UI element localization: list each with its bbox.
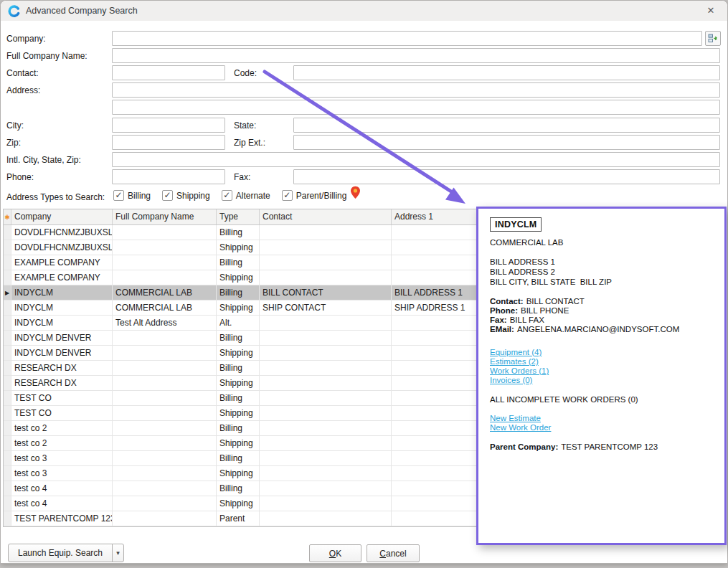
grid-cell[interactable] (260, 316, 392, 330)
grid-cell[interactable]: Shipping (217, 240, 260, 255)
checkbox[interactable]: ✓ (282, 190, 293, 201)
company-input[interactable] (112, 31, 702, 46)
checkbox[interactable]: ✓ (222, 190, 232, 201)
grid-cell[interactable]: Billing (217, 391, 260, 405)
grid-cell[interactable]: Test Alt Address (113, 316, 217, 330)
grid-cell[interactable]: test co 2 (11, 421, 113, 435)
contact-input[interactable] (112, 65, 225, 80)
grid-cell[interactable]: RESEARCH DX (11, 361, 113, 375)
grid-cell[interactable]: Billing (217, 421, 260, 435)
grid-cell[interactable] (260, 361, 392, 375)
grid-cell[interactable]: RESEARCH DX (11, 376, 113, 390)
grid-cell[interactable] (260, 391, 392, 405)
grid-cell[interactable]: Shipping (217, 406, 260, 420)
grid-cell[interactable] (113, 391, 217, 405)
grid-cell[interactable]: Parent (217, 511, 260, 526)
checkbox[interactable]: ✓ (113, 190, 124, 201)
launch-equip-search-button[interactable]: Launch Equip. Search (8, 544, 113, 562)
close-icon[interactable]: ✕ (704, 4, 718, 17)
grid-cell[interactable] (260, 331, 392, 345)
grid-cell[interactable] (113, 331, 217, 345)
grid-cell[interactable] (113, 466, 217, 481)
fax-input[interactable] (293, 169, 720, 184)
column-header-full-company-name[interactable]: Full Company Name (113, 209, 217, 224)
grid-cell[interactable]: EXAMPLE COMPANY (11, 255, 113, 270)
record-link[interactable]: Invoices (0) (490, 376, 713, 385)
grid-cell[interactable]: Billing (217, 285, 260, 300)
grid-cell[interactable]: Shipping (217, 300, 260, 315)
column-header-contact[interactable]: Contact (260, 209, 392, 224)
grid-cell[interactable] (260, 421, 392, 435)
grid-cell[interactable] (113, 451, 217, 465)
grid-cell[interactable]: test co 4 (11, 496, 113, 511)
grid-cell[interactable]: INDYCLM DENVER (11, 331, 113, 345)
launch-equip-search-dropdown[interactable]: ▾ (112, 544, 124, 562)
grid-cell[interactable]: Shipping (217, 436, 260, 450)
grid-cell[interactable] (260, 466, 392, 481)
grid-cell[interactable]: Shipping (217, 376, 260, 390)
grid-cell[interactable] (113, 376, 217, 390)
grid-cell[interactable] (260, 240, 392, 255)
grid-cell[interactable] (260, 225, 392, 240)
map-pin-icon[interactable] (350, 186, 361, 202)
grid-cell[interactable] (113, 240, 217, 255)
grid-cell[interactable]: Billing (217, 481, 260, 496)
grid-cell[interactable] (260, 511, 392, 526)
grid-cell[interactable]: Billing (217, 255, 260, 270)
grid-cell[interactable] (260, 481, 392, 496)
grid-cell[interactable] (113, 406, 217, 420)
grid-cell[interactable] (113, 481, 217, 496)
grid-cell[interactable]: BILL CONTACT (260, 285, 392, 300)
grid-cell[interactable]: Billing (217, 451, 260, 465)
cancel-button[interactable]: Cancel (367, 544, 420, 562)
zip-input[interactable] (112, 135, 225, 150)
action-link[interactable]: New Work Order (490, 423, 713, 432)
grid-cell[interactable]: TEST CO (11, 406, 113, 420)
grid-cell[interactable]: test co 2 (11, 436, 113, 450)
full-company-name-input[interactable] (112, 48, 720, 63)
zip-ext-input[interactable] (293, 135, 720, 150)
grid-cell[interactable]: INDYCLM (11, 300, 113, 315)
grid-cell[interactable]: COMMERCIAL LAB (113, 285, 217, 300)
grid-cell[interactable] (113, 346, 217, 360)
grid-cell[interactable] (260, 436, 392, 450)
ok-button[interactable]: OK (309, 544, 361, 562)
code-input[interactable] (293, 65, 720, 80)
intl-city-state-zip-input[interactable] (112, 152, 720, 167)
grid-cell[interactable] (260, 406, 392, 420)
address-type-option[interactable]: ✓Parent/Billing (282, 190, 347, 201)
grid-cell[interactable]: Shipping (217, 270, 260, 285)
state-input[interactable] (293, 118, 720, 133)
grid-cell[interactable] (113, 511, 217, 526)
grid-cell[interactable] (113, 496, 217, 511)
grid-cell[interactable]: Shipping (217, 346, 260, 360)
address-line2-input[interactable] (112, 100, 720, 115)
address-type-option[interactable]: ✓Shipping (162, 190, 210, 201)
grid-cell[interactable]: COMMERCIAL LAB (113, 300, 217, 315)
grid-cell[interactable]: Alt. (217, 316, 260, 330)
grid-cell[interactable] (260, 255, 392, 270)
grid-cell[interactable]: INDYCLM (11, 285, 113, 300)
checkbox[interactable]: ✓ (162, 190, 173, 201)
grid-cell[interactable]: test co 4 (11, 481, 113, 496)
action-link[interactable]: New Estimate (490, 414, 713, 423)
record-link[interactable]: Equipment (4) (490, 348, 713, 357)
grid-cell[interactable] (260, 451, 392, 465)
city-input[interactable] (112, 118, 225, 133)
company-lookup-button[interactable] (705, 31, 721, 46)
grid-cell[interactable]: test co 3 (11, 466, 113, 481)
grid-cell[interactable] (113, 421, 217, 435)
grid-cell[interactable]: Billing (217, 331, 260, 345)
grid-cell[interactable] (260, 376, 392, 390)
grid-cell[interactable]: TEST CO (11, 391, 113, 405)
grid-cell[interactable]: Billing (217, 361, 260, 375)
record-link[interactable]: Work Orders (1) (490, 366, 713, 376)
grid-cell[interactable]: INDYCLM DENVER (11, 346, 113, 360)
grid-cell[interactable] (113, 361, 217, 375)
record-link[interactable]: Estimates (2) (490, 357, 713, 366)
grid-cell[interactable] (113, 270, 217, 285)
grid-cell[interactable]: DOVDLFHCNMZJBUXSLFC (11, 240, 113, 255)
grid-cell[interactable] (260, 270, 392, 285)
column-header-company[interactable]: Company (11, 209, 113, 224)
grid-cell[interactable]: Shipping (217, 496, 260, 511)
